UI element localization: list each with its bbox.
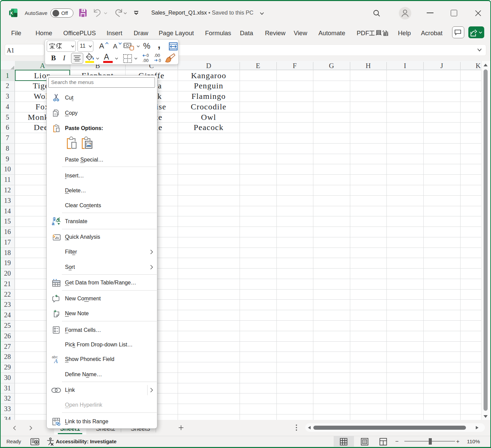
svg-text:0: 0	[159, 58, 161, 63]
svg-text:0: 0	[147, 53, 149, 58]
svg-text:a: a	[52, 221, 54, 226]
svg-text:A: A	[54, 358, 58, 363]
svg-text:X: X	[10, 10, 13, 16]
svg-text:.00: .00	[142, 58, 149, 63]
svg-text:.00: .00	[154, 53, 160, 58]
